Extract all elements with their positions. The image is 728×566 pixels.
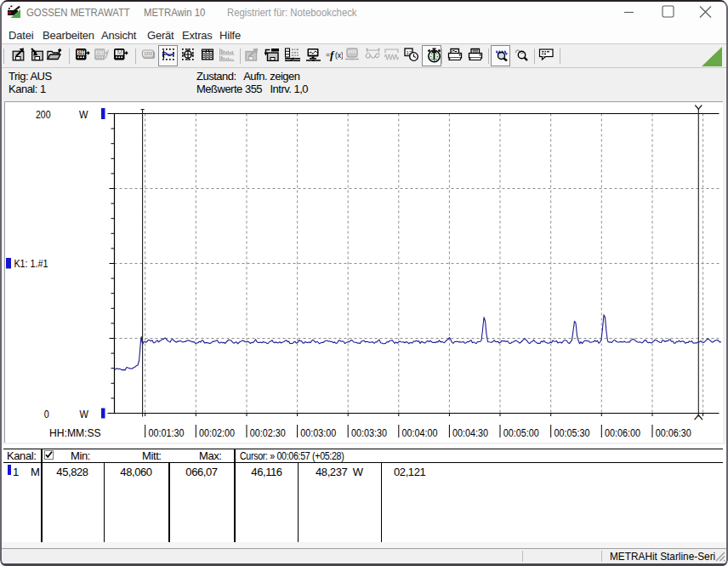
- svg-text:K1: 1.#1: K1: 1.#1: [14, 257, 48, 270]
- svg-text:00:02:00: 00:02:00: [199, 426, 235, 439]
- svg-text:00:03:00: 00:03:00: [300, 426, 336, 439]
- svg-text:W: W: [79, 408, 88, 420]
- svg-text:00:03:30: 00:03:30: [351, 426, 387, 439]
- svg-text:1252: 1252: [144, 51, 152, 57]
- svg-text:0: 0: [44, 408, 49, 420]
- svg-text:(x): (x): [335, 51, 343, 60]
- svg-text:00:04:00: 00:04:00: [402, 426, 438, 439]
- svg-text:00:04:30: 00:04:30: [452, 426, 488, 439]
- svg-text:32I: 32I: [77, 49, 84, 56]
- svg-text:00:05:00: 00:05:00: [503, 426, 539, 439]
- svg-text:200: 200: [36, 107, 51, 121]
- svg-text:M: M: [117, 49, 122, 56]
- svg-text:00:01:30: 00:01:30: [148, 426, 184, 439]
- svg-text:HH:MM:SS: HH:MM:SS: [49, 426, 101, 440]
- svg-text:321: 321: [349, 49, 356, 55]
- svg-text:W: W: [79, 108, 88, 121]
- svg-text:00:06:00: 00:06:00: [605, 426, 640, 439]
- svg-text:32I: 32I: [96, 49, 103, 56]
- svg-text:00:05:30: 00:05:30: [554, 426, 589, 439]
- svg-text:00:06:30: 00:06:30: [656, 426, 691, 439]
- svg-text:00:02:30: 00:02:30: [250, 426, 286, 439]
